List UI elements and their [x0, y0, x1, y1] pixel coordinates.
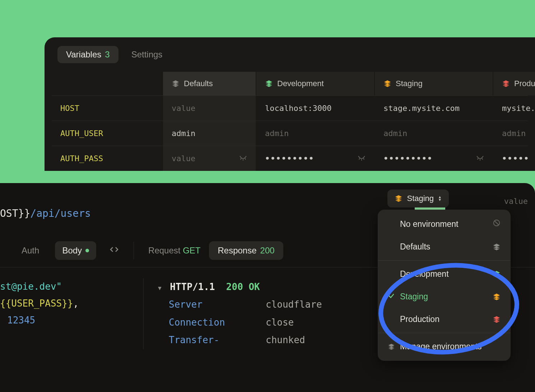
- var-authpass-prod[interactable]: •••••: [493, 146, 535, 171]
- dropdown-item-label: Defaults: [400, 242, 430, 252]
- tabs-header: Variables 3 Settings: [45, 46, 535, 72]
- table-row: AUTH_USER admin admin admin admin: [52, 121, 528, 146]
- code-variable: {{USER_PASS}}: [0, 298, 73, 309]
- header-name: Server: [158, 296, 266, 313]
- triangle-down-icon[interactable]: ▼: [158, 285, 162, 291]
- layers-icon: [493, 270, 501, 278]
- dropdown-item-no-env[interactable]: No environment: [378, 213, 511, 235]
- cell-text: •••••••••: [265, 154, 314, 163]
- eye-hidden-icon[interactable]: [358, 154, 366, 163]
- environment-selector-label: Staging: [407, 194, 434, 203]
- layers-icon: [388, 343, 395, 351]
- header-defaults-label: Defaults: [184, 79, 213, 88]
- sort-arrows-icon: ▲▼: [438, 196, 442, 201]
- layers-icon: [172, 80, 180, 88]
- code-suffix: ,: [73, 298, 79, 309]
- layers-icon: [265, 80, 273, 88]
- var-authuser-prod[interactable]: admin: [493, 121, 534, 146]
- var-authpass-default[interactable]: value: [163, 146, 256, 171]
- check-icon: [388, 292, 395, 302]
- table-row: AUTH_PASS value ••••••••• •••••••••: [52, 146, 528, 171]
- var-host-staging[interactable]: stage.mysite.com: [375, 96, 493, 121]
- layers-icon: [493, 243, 501, 251]
- header-staging-label: Staging: [396, 79, 423, 88]
- dropdown-item-defaults[interactable]: Defaults: [378, 235, 511, 258]
- var-host-prod[interactable]: mysite.c: [493, 96, 535, 121]
- dropdown-separator: [378, 260, 511, 261]
- header-development[interactable]: Development: [256, 72, 375, 95]
- header-staging[interactable]: Staging: [375, 72, 493, 95]
- layers-icon: [383, 80, 391, 88]
- subtab-body[interactable]: Body: [55, 241, 96, 260]
- cell-text: •••••••••: [383, 154, 433, 163]
- request-text: Request: [148, 246, 180, 255]
- url-path: /api/users: [30, 207, 91, 219]
- tab-settings[interactable]: Settings: [127, 46, 167, 63]
- status-dot-icon: [85, 249, 89, 252]
- response-pill[interactable]: Response 200: [209, 241, 283, 260]
- table-header-row: Defaults Development Staging Producti: [52, 72, 528, 95]
- var-host-dev[interactable]: localhost:3000: [256, 96, 375, 121]
- dropdown-item-label: No environment: [400, 219, 458, 229]
- code-line: {{USER_PASS}},: [0, 295, 143, 312]
- code-icon[interactable]: [109, 246, 119, 255]
- variables-table: Defaults Development Staging Producti: [45, 72, 535, 171]
- url-variable-fragment: OST}}: [0, 207, 30, 219]
- dropdown-item-label: Production: [400, 314, 439, 324]
- response-status-code: 200: [260, 246, 275, 256]
- request-label[interactable]: Request GET: [148, 246, 200, 256]
- header-defaults[interactable]: Defaults: [163, 72, 256, 95]
- status-code: 200: [226, 281, 243, 292]
- layers-icon: [395, 195, 403, 202]
- dropdown-item-label: Staging: [400, 292, 428, 302]
- var-authuser-default[interactable]: admin: [163, 121, 256, 146]
- status-text: OK: [248, 281, 260, 292]
- var-authpass-staging[interactable]: •••••••••: [375, 146, 493, 171]
- layers-icon: [493, 293, 501, 301]
- var-authpass-dev[interactable]: •••••••••: [256, 146, 375, 171]
- dropdown-item-staging[interactable]: Staging: [378, 285, 511, 308]
- header-name: Transfer-: [158, 331, 266, 349]
- dropdown-item-label: Manage environments: [400, 342, 482, 351]
- var-authuser-dev[interactable]: admin: [256, 121, 375, 146]
- dropdown-item-label: Development: [400, 269, 449, 279]
- header-production-label: Producti: [514, 79, 535, 88]
- value-placeholder-text[interactable]: value: [504, 197, 528, 206]
- cell-text: •••••: [502, 154, 529, 163]
- var-host-default[interactable]: value: [163, 96, 256, 121]
- dropdown-item-production[interactable]: Production: [378, 308, 511, 331]
- divider: [134, 242, 134, 260]
- request-method: GET: [183, 246, 200, 255]
- ban-icon: [493, 219, 501, 229]
- dropdown-item-development[interactable]: Development: [378, 263, 511, 285]
- header-development-label: Development: [277, 79, 324, 88]
- header-production[interactable]: Producti: [493, 72, 535, 95]
- subtab-auth[interactable]: Auth: [14, 241, 46, 260]
- layers-icon: [502, 80, 510, 88]
- subtab-body-label: Body: [62, 246, 82, 256]
- dropdown-separator: [378, 333, 511, 333]
- cell-text: value: [172, 154, 195, 163]
- eye-hidden-icon[interactable]: [476, 154, 484, 163]
- dropdown-item-manage[interactable]: Manage environments: [378, 335, 511, 358]
- tab-variables-count: 3: [105, 50, 110, 60]
- eye-hidden-icon[interactable]: [239, 154, 247, 163]
- tab-variables[interactable]: Variables 3: [57, 46, 118, 63]
- code-line: 12345: [0, 312, 143, 329]
- header-name: Connection: [158, 314, 266, 331]
- environment-dropdown: No environment Defaults Development Stag…: [378, 210, 511, 361]
- var-authuser-staging[interactable]: admin: [375, 121, 493, 146]
- url-input[interactable]: OST}}/api/users: [0, 207, 91, 219]
- var-key-authuser[interactable]: AUTH_USER: [52, 121, 163, 146]
- request-body-code[interactable]: st@pie.dev" {{USER_PASS}}, 12345: [0, 278, 144, 349]
- response-text: Response: [218, 246, 256, 256]
- header-key-column: [52, 72, 163, 95]
- environment-selector-button[interactable]: Staging ▲▼: [387, 190, 449, 207]
- var-key-host[interactable]: HOST: [52, 96, 163, 121]
- variables-panel: Variables 3 Settings Defaults Developmen…: [45, 37, 535, 171]
- var-key-authpass[interactable]: AUTH_PASS: [52, 146, 163, 171]
- layers-icon: [493, 316, 501, 323]
- code-line: st@pie.dev": [0, 278, 143, 295]
- table-row: HOST value localhost:3000 stage.mysite.c…: [52, 95, 528, 121]
- http-version: HTTP/1.1: [170, 281, 215, 292]
